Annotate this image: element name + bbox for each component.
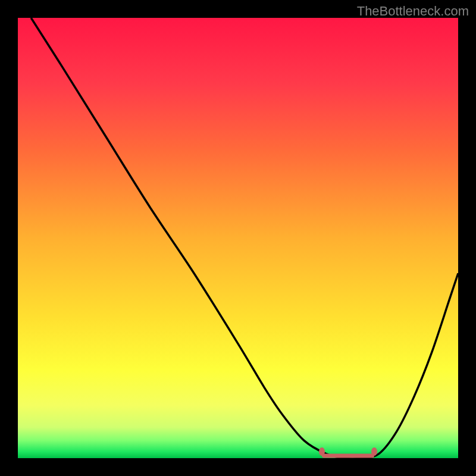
plot-area [18,18,458,458]
optimal-marker-right [371,447,377,456]
watermark-text: TheBottleneck.com [357,4,469,19]
bottleneck-curve [31,18,458,458]
curve-layer [18,18,458,458]
optimal-region-bar [322,454,375,458]
optimal-marker-left [319,447,325,456]
